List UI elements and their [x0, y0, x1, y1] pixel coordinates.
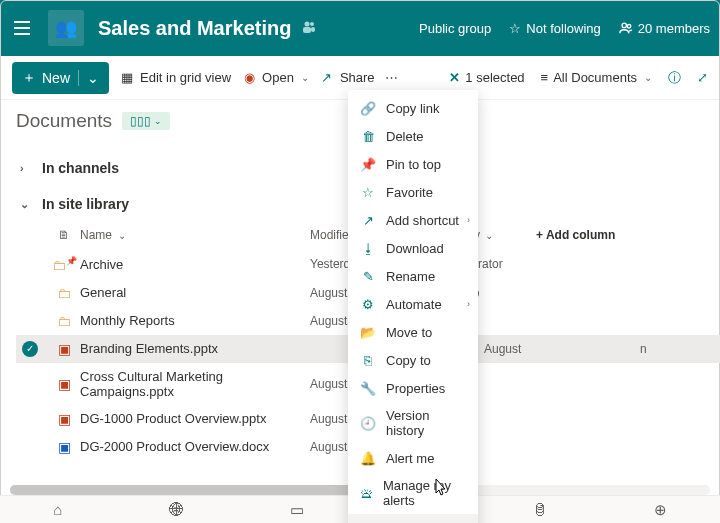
edit-grid-label: Edit in grid view [140, 70, 231, 85]
menu-copy-link[interactable]: 🔗Copy link [348, 94, 478, 122]
open-button[interactable]: ◉ Open ⌄ [241, 70, 309, 86]
file-name[interactable]: Archive [80, 257, 310, 272]
view-name: All Documents [553, 70, 637, 85]
members-button[interactable]: 20 members [619, 21, 710, 36]
library-title: Documents [16, 110, 112, 132]
folder-icon: 🗀📌 [48, 256, 80, 273]
menu-properties[interactable]: 🔧Properties [348, 374, 478, 402]
svg-point-4 [305, 21, 310, 26]
chevron-right-icon: › [467, 215, 470, 225]
site-title[interactable]: Sales and Marketing [98, 17, 291, 40]
follow-label: Not following [526, 21, 600, 36]
pin-icon: 📌 [360, 156, 376, 172]
tiles-view-toggle[interactable]: ▯▯▯ ⌄ [122, 112, 170, 130]
menu-copy-to[interactable]: ⎘Copy to [348, 346, 478, 374]
menu-pin-to-top[interactable]: 📌Pin to top [348, 150, 478, 178]
moveto-icon: 📂 [360, 324, 376, 340]
site-logo[interactable]: 👥 [48, 10, 84, 46]
menu-label: Download [386, 241, 444, 256]
add-column-button[interactable]: + Add column [536, 228, 615, 242]
new-button[interactable]: ＋ New ⌄ [12, 62, 109, 94]
list-icon: ≡ [541, 70, 549, 85]
pptx-icon: ▣ [48, 411, 80, 427]
modified-cell: August [484, 342, 640, 356]
site-header: 👥 Sales and Marketing Public group ☆ Not… [0, 0, 720, 56]
menu-label: Favorite [386, 185, 433, 200]
add-icon[interactable]: ⊕ [654, 501, 667, 519]
selection-indicator[interactable]: ✕ 1 selected [449, 70, 524, 85]
menu-label: Move to [386, 325, 432, 340]
menu-label: Manage my alerts [383, 478, 466, 508]
plus-icon: ＋ [22, 69, 36, 87]
menu-automate[interactable]: ⚙Automate› [348, 290, 478, 318]
name-column-header[interactable]: Name ⌄ [80, 228, 310, 242]
app-launcher-icon[interactable] [8, 14, 36, 42]
chevron-down-icon: ⌄ [301, 72, 309, 83]
svg-rect-1 [14, 27, 30, 29]
menu-manage-my-alerts[interactable]: 🛎Manage my alerts [348, 472, 478, 514]
grid-icon: ▦ [119, 70, 135, 86]
menu-alert-me[interactable]: 🔔Alert me [348, 444, 478, 472]
view-switcher[interactable]: ≡ All Documents ⌄ [541, 70, 652, 85]
menu-label: Delete [386, 129, 424, 144]
file-name[interactable]: Monthly Reports [80, 313, 310, 328]
svg-rect-0 [14, 21, 30, 23]
file-name[interactable]: Cross Cultural Marketing Campaigns.pptx [80, 369, 310, 399]
menu-version-history[interactable]: 🕘Version history [348, 402, 478, 444]
svg-point-8 [627, 25, 631, 29]
teams-icon[interactable] [301, 19, 317, 38]
pptx-icon: ▣ [48, 341, 80, 357]
flow-icon: ⚙ [360, 296, 376, 312]
folder-icon: 🗀 [48, 313, 80, 329]
edit-grid-button[interactable]: ▦ Edit in grid view [119, 70, 231, 86]
group-label: In site library [42, 196, 129, 212]
menu-delete[interactable]: 🗑Delete [348, 122, 478, 150]
home-icon[interactable]: ⌂ [53, 501, 62, 518]
menu-rename[interactable]: ✎Rename [348, 262, 478, 290]
data-icon[interactable]: 🛢 [532, 501, 547, 518]
info-button[interactable]: ⓘ [668, 69, 681, 87]
history-icon: 🕘 [360, 415, 376, 431]
menu-label: Pin to top [386, 157, 441, 172]
menu-label: Alert me [386, 451, 434, 466]
svg-point-3 [310, 22, 314, 26]
clear-selection-icon[interactable]: ✕ [449, 70, 460, 85]
files-icon[interactable]: ▭ [290, 501, 304, 519]
file-type-column-icon[interactable]: 🗎 [48, 228, 80, 242]
file-name[interactable]: General [80, 285, 310, 300]
file-name[interactable]: DG-2000 Product Overview.docx [80, 439, 310, 454]
menu-label: Properties [386, 381, 445, 396]
shortcut-icon: ↗ [360, 212, 376, 228]
follow-button[interactable]: ☆ Not following [509, 21, 600, 36]
svg-rect-2 [14, 33, 30, 35]
powerpoint-icon: ◉ [241, 70, 257, 86]
menu-favorite[interactable]: ☆Favorite [348, 178, 478, 206]
chevron-right-icon: › [20, 162, 32, 174]
copyto-icon: ⎘ [360, 352, 376, 368]
menu-download[interactable]: ⭳Download [348, 234, 478, 262]
menu-move-to[interactable]: 📂Move to [348, 318, 478, 346]
file-name[interactable]: DG-1000 Product Overview.pptx [80, 411, 310, 426]
selected-check-icon[interactable]: ✓ [22, 341, 38, 357]
open-label: Open [262, 70, 294, 85]
modified-by-cell: n [640, 342, 720, 356]
chevron-down-icon: ⌄ [20, 198, 32, 211]
props-icon: 🔧 [360, 380, 376, 396]
share-label: Share [340, 70, 375, 85]
svg-rect-6 [311, 27, 315, 32]
modified-by-cell: istrator [466, 257, 546, 271]
expand-button[interactable]: ⤢ [697, 70, 708, 85]
menu-label: Copy to [386, 353, 431, 368]
menu-check-out[interactable]: ↘Check out [348, 514, 478, 523]
share-button[interactable]: ↗ Share [319, 70, 375, 86]
chevron-right-icon: › [467, 299, 470, 309]
globe-icon[interactable]: 🌐︎ [169, 501, 184, 518]
star-icon: ☆ [360, 184, 376, 200]
new-label: New [42, 70, 70, 86]
menu-label: Version history [386, 408, 466, 438]
file-name[interactable]: Branding Elements.pptx [80, 341, 310, 356]
rename-icon: ✎ [360, 268, 376, 284]
menu-add-shortcut[interactable]: ↗Add shortcut› [348, 206, 478, 234]
docx-icon: ▣ [48, 439, 80, 455]
more-actions-button[interactable]: ⋯ [385, 70, 398, 85]
